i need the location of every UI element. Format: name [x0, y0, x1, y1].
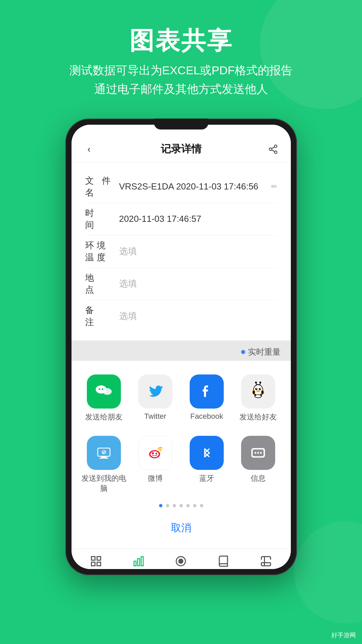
share-button[interactable]	[266, 142, 281, 157]
share-item-twitter[interactable]: Twitter	[130, 371, 181, 426]
svg-rect-44	[97, 556, 101, 560]
share-item-wechat[interactable]: 发送给朋友	[78, 371, 130, 426]
wechat-label: 发送给朋友	[85, 412, 123, 422]
svg-point-42	[260, 452, 262, 454]
page-dot-4	[179, 504, 183, 507]
facebook-icon-circle	[190, 374, 224, 409]
nav-bar: ‹ 记录详情	[72, 125, 291, 163]
svg-point-14	[259, 388, 261, 390]
svg-point-9	[105, 390, 107, 392]
nav-item-settings[interactable]	[260, 555, 272, 567]
svg-point-6	[103, 388, 112, 395]
bottom-nav	[72, 549, 291, 569]
page-dot-5	[186, 504, 190, 507]
share-grid-row2: 发送到我的电脑	[72, 432, 291, 497]
pc-label: 发送到我的电脑	[78, 473, 130, 494]
screen-title: 记录详情	[161, 142, 202, 156]
qq-label: 发送给好友	[239, 412, 277, 422]
nav-item-list[interactable]	[90, 555, 102, 567]
svg-point-16	[260, 388, 261, 389]
weibo-icon-circle	[138, 436, 172, 470]
svg-rect-48	[138, 558, 140, 566]
weibo-label: 微博	[148, 473, 163, 484]
back-icon: ‹	[88, 144, 91, 155]
page-dots	[72, 504, 291, 507]
svg-point-35	[152, 452, 154, 454]
page-title: 图表共享	[0, 27, 362, 54]
share-item-bluetooth[interactable]: 蓝牙	[181, 432, 233, 497]
svg-line-4	[271, 147, 274, 149]
svg-rect-29	[101, 456, 107, 458]
svg-rect-30	[99, 458, 108, 459]
page-dot-3	[173, 504, 176, 507]
detail-row-location: 地 点 选填	[85, 268, 277, 300]
svg-point-19	[255, 395, 261, 397]
twitter-icon-circle	[138, 374, 172, 409]
cancel-label: 取消	[171, 521, 191, 535]
svg-point-7	[99, 388, 100, 390]
wechat-icon-circle	[87, 374, 121, 409]
phone-mockup: ‹ 记录详情 文 件 名 VRS2S	[0, 119, 362, 575]
svg-rect-47	[134, 561, 136, 566]
watermark: 好手游网	[329, 630, 359, 641]
page-dot-2	[166, 504, 169, 507]
share-item-qq[interactable]: 发送给好友	[233, 371, 284, 426]
page-dot-1	[159, 504, 162, 507]
svg-line-3	[271, 150, 274, 152]
svg-rect-45	[91, 562, 95, 566]
svg-rect-43	[91, 556, 95, 560]
svg-point-17	[256, 390, 260, 392]
cancel-button[interactable]: 取消	[72, 514, 291, 542]
status-dot	[241, 350, 245, 354]
page-dot-6	[193, 504, 196, 507]
gray-area: 实时重量	[72, 340, 291, 361]
share-item-weibo[interactable]: 微博	[130, 432, 181, 497]
page-dot-7	[200, 504, 203, 507]
svg-point-13	[255, 388, 257, 390]
svg-point-26	[253, 390, 255, 394]
svg-point-34	[151, 451, 159, 457]
page-subtitle: 测试数据可导出为EXCEL或PDF格式的报告 通过电子邮件及其他方式发送他人	[0, 61, 362, 98]
share-sheet: 发送给朋友 Twitter	[72, 361, 291, 549]
svg-rect-49	[141, 556, 143, 566]
svg-point-37	[160, 450, 161, 451]
share-item-facebook[interactable]: Facebook	[181, 371, 233, 426]
share-grid-row1: 发送给朋友 Twitter	[72, 371, 291, 426]
svg-point-27	[262, 390, 264, 394]
svg-point-36	[156, 453, 157, 454]
svg-point-23	[259, 382, 261, 383]
twitter-label: Twitter	[144, 412, 167, 421]
sms-label: 信息	[251, 473, 266, 484]
svg-point-21	[255, 382, 257, 383]
detail-row-filename: 文 件 名 VRS2S-E1DA 2020-11-03 17:46:56 ✏	[85, 171, 277, 203]
detail-section: 文 件 名 VRS2S-E1DA 2020-11-03 17:46:56 ✏ 时…	[72, 163, 291, 340]
svg-point-15	[256, 388, 257, 389]
pc-icon-circle	[87, 436, 121, 470]
nav-item-record[interactable]	[175, 555, 187, 567]
svg-point-41	[257, 452, 259, 454]
share-item-pc[interactable]: 发送到我的电脑	[78, 432, 130, 497]
edit-icon[interactable]: ✏	[271, 182, 277, 191]
svg-point-8	[102, 388, 104, 390]
qq-icon-circle	[241, 374, 275, 409]
bluetooth-icon-circle	[190, 436, 224, 470]
svg-point-51	[179, 559, 183, 563]
detail-row-time: 时 间 2020-11-03 17:46:57	[85, 203, 277, 235]
back-button[interactable]: ‹	[82, 142, 97, 157]
bluetooth-label: 蓝牙	[199, 473, 214, 484]
detail-row-note: 备 注 选填	[85, 300, 277, 332]
realtime-label: 实时重量	[248, 347, 281, 357]
svg-rect-46	[97, 562, 101, 566]
nav-item-book[interactable]	[217, 555, 230, 567]
sms-icon-circle	[241, 436, 275, 470]
svg-point-10	[108, 390, 109, 392]
svg-point-40	[255, 452, 256, 454]
share-item-sms[interactable]: 信息	[233, 432, 284, 497]
detail-row-temp: 环境温度 选填	[85, 235, 277, 268]
nav-item-chart[interactable]	[132, 555, 145, 567]
facebook-label: Facebook	[190, 412, 223, 421]
